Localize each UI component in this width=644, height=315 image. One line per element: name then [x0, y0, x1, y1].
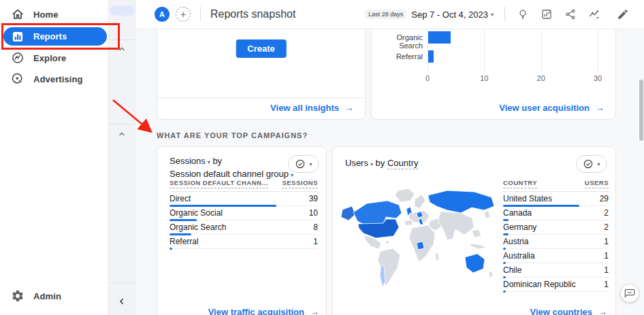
insights-card: Create View all insights→: [157, 29, 366, 120]
bar-category-label: Referral: [372, 52, 423, 61]
chart-options-button[interactable]: ▾: [288, 155, 319, 173]
chart-bar: [428, 50, 434, 63]
scrollbar-thumb[interactable]: [639, 80, 643, 141]
table-row: Dominican Republic1: [503, 278, 609, 292]
sidebar-item-explore[interactable]: Explore: [0, 46, 108, 69]
countries-card: Users▾ by Country ▾: [332, 146, 616, 315]
world-map: [338, 185, 499, 294]
axis-tick-label: 20: [537, 74, 545, 82]
divider: [108, 124, 136, 125]
table-row: Austria1: [503, 235, 609, 249]
chart-gridline: [598, 29, 598, 71]
sidebar-item-label: Admin: [33, 291, 61, 301]
campaigns-table: SESSION DEFAULT CHANN...SESSIONSDirect39…: [170, 179, 318, 249]
section-heading: WHAT ARE YOUR TOP CAMPAIGNS?: [157, 131, 308, 139]
explore-icon: [11, 51, 25, 65]
chevron-down-icon: ▾: [370, 161, 373, 167]
analysis-icon[interactable]: [588, 8, 600, 20]
insights-bulb-icon[interactable]: [517, 8, 529, 20]
date-badge: Last 28 days: [365, 10, 406, 19]
column-header: SESSION DEFAULT CHANN...: [170, 179, 268, 188]
table-row: Canada2: [503, 206, 609, 220]
row-value: 1: [604, 237, 609, 246]
collapse-left-icon[interactable]: [116, 296, 127, 307]
row-value: 1: [604, 265, 609, 275]
sidebar-item-admin[interactable]: Admin: [0, 284, 108, 308]
row-value: 39: [309, 194, 318, 203]
table-row: Referral1: [170, 235, 318, 249]
date-range-selector[interactable]: Sep 7 - Oct 4, 2023: [411, 10, 488, 20]
row-bar: [170, 248, 172, 250]
analytics-app: Create View all insights→ 0102030Organic…: [0, 0, 644, 315]
view-all-insights-link[interactable]: View all insights→: [270, 102, 354, 113]
create-button[interactable]: Create: [236, 39, 286, 58]
bar-category-label: Organic Search: [372, 33, 423, 50]
row-label: Australia: [503, 251, 535, 261]
chart-options-button[interactable]: ▾: [576, 155, 607, 173]
advertising-icon: [11, 72, 25, 86]
avatar[interactable]: A: [155, 7, 170, 22]
table-row: Australia1: [503, 249, 609, 263]
row-label: Dominican Republic: [503, 280, 576, 289]
chevron-down-icon: ▾: [491, 12, 494, 18]
sidebar-item-home[interactable]: Home: [0, 3, 108, 26]
table-header-row: COUNTRYUSERS: [503, 179, 609, 192]
divider: [200, 7, 201, 22]
check-circle-icon: [583, 159, 594, 169]
arrow-icon: →: [595, 102, 605, 113]
row-label: Organic Social: [170, 208, 223, 218]
row-label: Direct: [170, 194, 191, 203]
axis-tick-label: 30: [594, 74, 602, 82]
sidebar-item-advertising[interactable]: Advertising: [0, 67, 108, 90]
chart-gridline: [541, 29, 542, 71]
row-label: Austria: [503, 237, 528, 246]
main-sidebar: Home Reports Explore Adv: [0, 0, 108, 315]
metric-selector[interactable]: Users▾: [345, 158, 376, 168]
column-header: COUNTRY: [503, 179, 537, 188]
gear-icon: [11, 289, 25, 303]
row-value: 29: [600, 194, 609, 203]
table-row: United States29: [503, 192, 609, 206]
arrow-icon: →: [310, 306, 319, 315]
chart-gridline: [484, 29, 485, 71]
axis-tick-label: 10: [480, 74, 488, 82]
row-bar: [503, 291, 506, 293]
table-row: Organic Social10: [170, 206, 318, 220]
row-label: Referral: [170, 237, 199, 246]
chart-bar: [428, 31, 451, 44]
table-row: Chile1: [503, 263, 609, 278]
chevron-down-icon: ▾: [291, 172, 293, 178]
row-label: United States: [503, 194, 552, 203]
share-icon[interactable]: [564, 8, 577, 20]
row-value: 8: [313, 222, 318, 232]
divider: [108, 282, 136, 283]
view-user-acquisition-link[interactable]: View user acquisition→: [499, 102, 605, 113]
chevron-down-icon: ▾: [208, 159, 210, 165]
table-header-row: SESSION DEFAULT CHANN...SESSIONS: [170, 179, 318, 192]
row-label: Organic Search: [170, 222, 226, 232]
metric-selector[interactable]: Sessions▾ by: [170, 155, 293, 168]
search-bar-fragment[interactable]: [110, 5, 135, 16]
row-value: 1: [604, 280, 609, 289]
campaigns-card: Sessions▾ by Session default channel gro…: [157, 146, 327, 315]
check-circle-icon: [295, 159, 306, 169]
feedback-button[interactable]: [620, 284, 639, 303]
home-icon: [11, 7, 25, 21]
card-divider: [157, 97, 365, 98]
feedback-icon: [624, 288, 635, 299]
column-header: USERS: [585, 179, 609, 188]
user-acquisition-card: 0102030Organic SearchReferral View user …: [371, 29, 616, 120]
row-label: Germany: [503, 222, 536, 232]
sidebar-item-label: Home: [33, 10, 59, 20]
dimension-selector[interactable]: Country: [387, 158, 419, 169]
row-value: 2: [604, 222, 609, 232]
add-property-button[interactable]: +: [176, 7, 191, 22]
table-row: Direct39: [170, 192, 318, 206]
edit-pencil-icon[interactable]: [617, 8, 629, 20]
customize-report-icon[interactable]: [541, 8, 553, 20]
chevron-up-icon[interactable]: [116, 129, 127, 139]
view-traffic-acquisition-link[interactable]: View traffic acquisition→: [208, 306, 319, 315]
view-countries-link[interactable]: View countries→: [530, 306, 607, 315]
arrow-icon: →: [344, 102, 354, 113]
row-value: 2: [604, 208, 609, 218]
